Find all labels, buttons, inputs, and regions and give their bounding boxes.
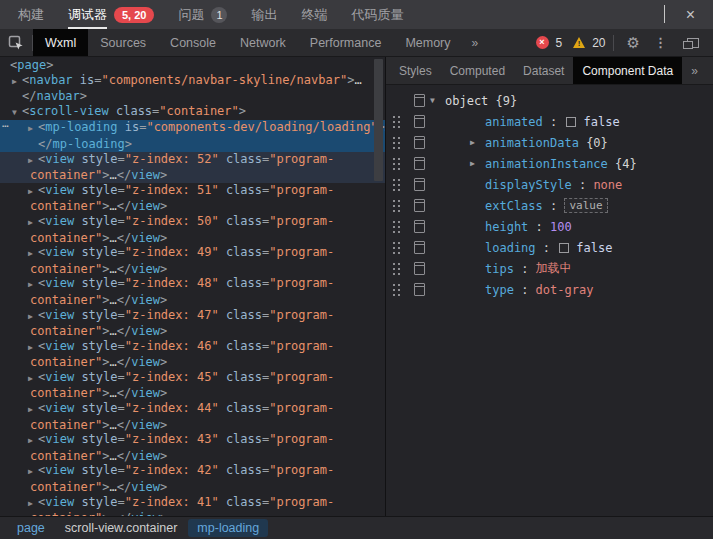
view-element-z45-wrap[interactable]: container">…</view>	[0, 386, 385, 401]
error-icon[interactable]	[536, 36, 549, 49]
tab-memory[interactable]: Memory	[393, 29, 462, 56]
drag-handle-icon[interactable]	[392, 179, 402, 191]
warning-icon[interactable]	[573, 37, 585, 48]
titlebar-tab-problems[interactable]: 问题1	[166, 0, 239, 29]
mp-loading-element[interactable]: …▶<mp-loading is="components-dev/loading…	[0, 120, 385, 137]
expand-arrow-icon[interactable]: ▶	[28, 216, 38, 231]
copy-property-icon[interactable]	[414, 283, 425, 296]
property-row-animationData[interactable]: ▶animationData {0}	[386, 132, 713, 153]
tab-console[interactable]: Console	[158, 29, 228, 56]
scrollbar-thumb[interactable]	[374, 59, 383, 181]
titlebar-tab-output[interactable]: 输出	[239, 0, 289, 29]
error-count[interactable]: 5	[556, 36, 563, 50]
drag-handle-icon[interactable]	[392, 284, 402, 296]
view-element-z51-wrap[interactable]: container">…</view>	[0, 199, 385, 214]
expand-arrow-icon[interactable]: ▶	[28, 278, 38, 293]
inspector-tab-component-data[interactable]: Component Data	[573, 57, 682, 84]
expand-arrow-icon[interactable]: ▶	[28, 247, 38, 262]
view-element-z45[interactable]: ▶<view style="z-index: 45" class="progra…	[0, 370, 385, 387]
scroll-view-open-tag[interactable]: ▼<scroll-view class="container">	[0, 104, 385, 121]
titlebar-tab-debugger[interactable]: 调试器5, 20	[56, 0, 166, 29]
copy-property-icon[interactable]	[414, 178, 425, 191]
view-element-z50-wrap[interactable]: container">…</view>	[0, 231, 385, 246]
titlebar-tab-build[interactable]: 构建	[6, 0, 56, 29]
expand-arrow-icon[interactable]: ▶	[470, 159, 485, 168]
expand-arrow-icon[interactable]: ▶	[12, 75, 22, 90]
expand-arrow-icon[interactable]: ▶	[28, 434, 38, 449]
copy-property-icon[interactable]	[414, 157, 425, 170]
expand-arrow-icon[interactable]: ▶	[28, 154, 38, 169]
navbar-element[interactable]: ▶<navbar is="components/navbar-skyline/n…	[0, 73, 385, 90]
drag-handle-icon[interactable]	[392, 158, 402, 170]
view-element-z48-wrap[interactable]: container">…</view>	[0, 293, 385, 308]
expand-arrow-icon[interactable]: ▶	[470, 138, 485, 147]
property-row-extClass[interactable]: extClass : value	[386, 195, 713, 216]
copy-property-icon[interactable]	[414, 94, 425, 107]
more-inspector-tabs-button[interactable]: »	[682, 64, 707, 78]
copy-property-icon[interactable]	[414, 136, 425, 149]
collapse-window-button[interactable]	[664, 6, 665, 24]
breadcrumb-item-scroll-view.container[interactable]: scroll-view.container	[56, 519, 187, 537]
copy-property-icon[interactable]	[414, 199, 425, 212]
property-row-height[interactable]: height : 100	[386, 216, 713, 237]
navbar-close-tag[interactable]: </navbar>	[0, 89, 385, 104]
expand-arrow-icon[interactable]: ▶	[28, 372, 38, 387]
view-element-z47-wrap[interactable]: container">…</view>	[0, 324, 385, 339]
view-element-z43[interactable]: ▶<view style="z-index: 43" class="progra…	[0, 432, 385, 449]
property-row-displayStyle[interactable]: displayStyle : none	[386, 174, 713, 195]
view-element-z44-wrap[interactable]: container">…</view>	[0, 418, 385, 433]
property-checkbox[interactable]	[566, 117, 576, 127]
property-row-animationInstance[interactable]: ▶animationInstance {4}	[386, 153, 713, 174]
view-element-z41-wrap[interactable]: container">…</view>	[0, 511, 385, 516]
more-options-kebab-icon[interactable]: ⋮	[647, 35, 674, 50]
tab-performance[interactable]: Performance	[298, 29, 394, 56]
expand-arrow-icon[interactable]: ▶	[28, 185, 38, 200]
expand-arrow-icon[interactable]: ▶	[28, 497, 38, 512]
view-element-z46-wrap[interactable]: container">…</view>	[0, 355, 385, 370]
view-element-z43-wrap[interactable]: container">…</view>	[0, 449, 385, 464]
view-element-z47[interactable]: ▶<view style="z-index: 47" class="progra…	[0, 308, 385, 325]
inspector-tab-styles[interactable]: Styles	[390, 57, 441, 84]
view-element-z42-wrap[interactable]: container">…</view>	[0, 480, 385, 495]
dock-window-icon[interactable]	[687, 38, 699, 48]
tab-network[interactable]: Network	[228, 29, 298, 56]
warning-count[interactable]: 20	[592, 36, 605, 50]
breadcrumb-item-mp-loading[interactable]: mp-loading	[188, 519, 268, 537]
view-element-z52[interactable]: ▶<view style="z-index: 52" class="progra…	[0, 152, 385, 169]
node-actions-ellipsis[interactable]: …	[2, 117, 10, 132]
property-row-loading[interactable]: loading : false	[386, 237, 713, 258]
expand-arrow-icon[interactable]: ▶	[28, 310, 38, 325]
view-element-z51[interactable]: ▶<view style="z-index: 51" class="progra…	[0, 183, 385, 200]
property-value[interactable]: value	[564, 198, 607, 213]
view-element-z50[interactable]: ▶<view style="z-index: 50" class="progra…	[0, 214, 385, 231]
view-element-z52-wrap[interactable]: container">…</view>	[0, 168, 385, 183]
drag-handle-icon[interactable]	[392, 200, 402, 212]
page-open-tag[interactable]: <page>	[0, 58, 385, 73]
drag-handle-icon[interactable]	[392, 242, 402, 254]
wxml-scrollbar[interactable]	[374, 59, 384, 514]
mp-loading-close-tag[interactable]: </mp-loading>	[0, 137, 385, 152]
view-element-z41[interactable]: ▶<view style="z-index: 41" class="progra…	[0, 495, 385, 512]
drag-handle-icon[interactable]	[392, 221, 402, 233]
property-row-object[interactable]: ▼object {9}	[386, 90, 713, 111]
tab-wxml[interactable]: Wxml	[33, 29, 88, 56]
tab-sources[interactable]: Sources	[88, 29, 158, 56]
close-window-button[interactable]: ×	[686, 7, 695, 23]
drag-handle-icon[interactable]	[392, 116, 402, 128]
property-row-type[interactable]: type : dot-gray	[386, 279, 713, 300]
drag-handle-icon[interactable]	[392, 137, 402, 149]
expand-arrow-icon[interactable]: ▶	[28, 341, 38, 356]
property-row-animated[interactable]: animated : false	[386, 111, 713, 132]
settings-gear-icon[interactable]: ⚙	[627, 34, 640, 52]
copy-property-icon[interactable]	[414, 220, 425, 233]
titlebar-tab-terminal[interactable]: 终端	[289, 0, 339, 29]
view-element-z49[interactable]: ▶<view style="z-index: 49" class="progra…	[0, 245, 385, 262]
copy-property-icon[interactable]	[414, 115, 425, 128]
breadcrumb-item-page[interactable]: page	[8, 519, 54, 537]
property-row-tips[interactable]: tips : 加载中	[386, 258, 713, 279]
inspector-tab-computed[interactable]: Computed	[441, 57, 514, 84]
view-element-z44[interactable]: ▶<view style="z-index: 44" class="progra…	[0, 401, 385, 418]
expand-arrow-icon[interactable]: ▼	[12, 106, 22, 121]
titlebar-tab-code-quality[interactable]: 代码质量	[339, 0, 415, 29]
view-element-z48[interactable]: ▶<view style="z-index: 48" class="progra…	[0, 276, 385, 293]
